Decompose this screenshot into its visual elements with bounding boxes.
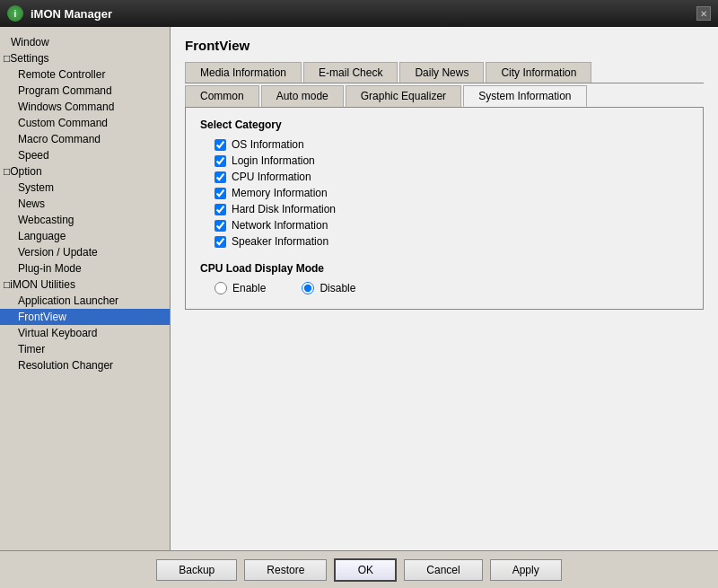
- checkbox-speaker-information[interactable]: [215, 236, 226, 248]
- radio-item-disable: Disable: [302, 282, 355, 294]
- tab-auto-mode[interactable]: Auto mode: [261, 85, 344, 107]
- sidebar-item-system[interactable]: System: [0, 180, 170, 196]
- app-title: iMON Manager: [31, 7, 112, 21]
- checkbox-item-login-information: Login Information: [215, 154, 688, 167]
- content-area: FrontView Media Information E-mail Check…: [171, 27, 718, 550]
- sidebar-item-remote-controller[interactable]: Remote Controller: [0, 66, 170, 83]
- app-icon: i: [7, 5, 23, 22]
- radio-item-enable: Enable: [215, 282, 266, 294]
- sidebar: Window □Settings Remote Controller Progr…: [0, 27, 171, 550]
- bottom-bar: Backup Restore OK Cancel Apply: [0, 550, 718, 588]
- sidebar-item-frontview[interactable]: FrontView: [0, 309, 170, 325]
- sidebar-item-imon-utilities[interactable]: □iMON Utilities: [0, 276, 170, 293]
- sidebar-item-window[interactable]: Window: [0, 34, 170, 50]
- checkbox-label-network-information: Network Information: [232, 219, 328, 232]
- close-button[interactable]: ✕: [696, 6, 711, 21]
- radio-label-disable: Disable: [320, 282, 355, 294]
- main-container: Window □Settings Remote Controller Progr…: [0, 27, 718, 550]
- tab-common[interactable]: Common: [185, 85, 259, 107]
- checkbox-os-information[interactable]: [215, 139, 226, 151]
- checkbox-item-cpu-information: CPU Information: [215, 171, 688, 183]
- sidebar-item-windows-command[interactable]: Windows Command: [0, 99, 170, 115]
- sidebar-item-program-command[interactable]: Program Command: [0, 83, 170, 99]
- title-bar-left: i iMON Manager: [7, 5, 112, 22]
- radio-row: Enable Disable: [215, 282, 688, 294]
- sidebar-item-macro-command[interactable]: Macro Command: [0, 131, 170, 147]
- cpu-load-heading: CPU Load Display Mode: [200, 262, 688, 275]
- sidebar-item-virtual-keyboard[interactable]: Virtual Keyboard: [0, 325, 170, 341]
- sidebar-item-custom-command[interactable]: Custom Command: [0, 115, 170, 131]
- checkbox-item-memory-information: Memory Information: [215, 187, 688, 199]
- tabs-row-1: Media Information E-mail Check Daily New…: [185, 62, 704, 83]
- sidebar-item-language[interactable]: Language: [0, 228, 170, 244]
- sidebar-item-timer[interactable]: Timer: [0, 341, 170, 357]
- sidebar-item-settings[interactable]: □Settings: [0, 50, 170, 66]
- ok-button[interactable]: OK: [334, 558, 397, 582]
- checkbox-item-speaker-information: Speaker Information: [215, 235, 688, 248]
- checkbox-item-os-information: OS Information: [215, 138, 688, 151]
- sidebar-item-application-launcher[interactable]: Application Launcher: [0, 293, 170, 309]
- tabs-row-2: Common Auto mode Graphic Equalizer Syste…: [185, 85, 704, 108]
- checkbox-cpu-information[interactable]: [215, 171, 226, 183]
- sidebar-item-resolution-changer[interactable]: Resolution Changer: [0, 357, 170, 373]
- checkbox-network-information[interactable]: [215, 220, 226, 232]
- cancel-button[interactable]: Cancel: [404, 559, 482, 581]
- sidebar-item-news[interactable]: News: [0, 196, 170, 212]
- sidebar-item-option[interactable]: □Option: [0, 163, 170, 180]
- checkbox-hard-disk-information[interactable]: [215, 204, 226, 215]
- title-bar: i iMON Manager ✕: [0, 0, 718, 27]
- tab-daily-news[interactable]: Daily News: [399, 62, 484, 83]
- tab-email-check[interactable]: E-mail Check: [303, 62, 398, 83]
- tab-graphic-equalizer[interactable]: Graphic Equalizer: [346, 85, 461, 107]
- checkbox-item-hard-disk-information: Hard Disk Information: [215, 203, 688, 215]
- tab-system-information[interactable]: System Information: [463, 85, 586, 107]
- checkbox-label-hard-disk-information: Hard Disk Information: [232, 203, 336, 215]
- content-title: FrontView: [185, 38, 704, 53]
- radio-label-enable: Enable: [232, 282, 266, 294]
- checkbox-label-os-information: OS Information: [232, 138, 304, 151]
- checkbox-login-information[interactable]: [215, 155, 226, 167]
- radio-disable[interactable]: [302, 282, 314, 294]
- checkbox-item-network-information: Network Information: [215, 219, 688, 232]
- sidebar-item-speed[interactable]: Speed: [0, 147, 170, 163]
- apply-button[interactable]: Apply: [490, 559, 562, 581]
- checkbox-label-memory-information: Memory Information: [232, 187, 328, 199]
- tab-city-information[interactable]: City Information: [486, 62, 591, 83]
- checkbox-list: OS Information Login Information CPU Inf…: [215, 138, 688, 248]
- select-category-heading: Select Category: [200, 118, 688, 131]
- restore-button[interactable]: Restore: [244, 559, 327, 581]
- sidebar-item-webcasting[interactable]: Webcasting: [0, 212, 170, 228]
- checkbox-label-speaker-information: Speaker Information: [232, 235, 328, 248]
- checkbox-memory-information[interactable]: [215, 188, 226, 199]
- sidebar-item-version-update[interactable]: Version / Update: [0, 244, 170, 260]
- cpu-load-section: CPU Load Display Mode Enable Disable: [200, 262, 688, 294]
- tab-content: Select Category OS Information Login Inf…: [185, 108, 704, 310]
- tab-media-information[interactable]: Media Information: [185, 62, 302, 83]
- checkbox-label-cpu-information: CPU Information: [232, 171, 311, 183]
- backup-button[interactable]: Backup: [156, 559, 237, 581]
- sidebar-item-plugin-mode[interactable]: Plug-in Mode: [0, 260, 170, 276]
- radio-enable[interactable]: [215, 282, 227, 294]
- checkbox-label-login-information: Login Information: [232, 154, 315, 167]
